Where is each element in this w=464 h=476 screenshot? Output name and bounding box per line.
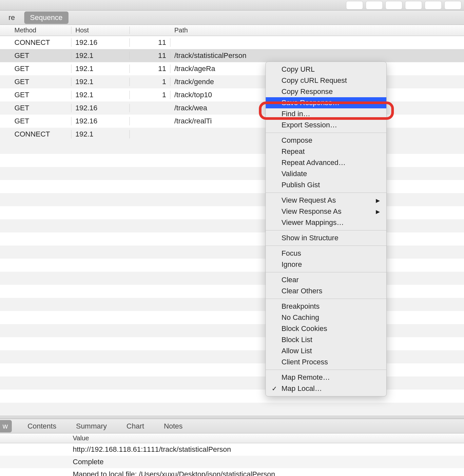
table-row[interactable]: GET192.11/track/gende bbox=[0, 75, 464, 88]
cell-method: CONNECT bbox=[0, 38, 71, 47]
column-path[interactable]: Path bbox=[170, 27, 464, 34]
cell-host: 192.1 bbox=[71, 91, 130, 99]
menu-item-ignore[interactable]: Ignore bbox=[266, 259, 386, 270]
menu-item-validate[interactable]: Validate bbox=[266, 168, 386, 179]
empty-rows bbox=[0, 141, 464, 416]
menu-separator bbox=[266, 133, 386, 133]
empty-row bbox=[0, 141, 464, 154]
detail-row[interactable]: http://192.168.118.61:1111/track/statist… bbox=[0, 443, 464, 456]
cell-port: 11 bbox=[130, 51, 170, 60]
detail-value: Complete bbox=[69, 458, 464, 466]
submenu-arrow-icon: ▶ bbox=[376, 197, 380, 204]
toolbar-button[interactable] bbox=[444, 1, 461, 9]
detail-value: Mapped to local file: /Users/xuxu/Deskto… bbox=[69, 470, 464, 476]
menu-separator bbox=[266, 299, 386, 299]
cell-method: CONNECT bbox=[0, 130, 71, 138]
cell-port: 1 bbox=[130, 78, 170, 86]
cell-host: 192.1 bbox=[71, 51, 130, 60]
column-host[interactable]: Host bbox=[71, 27, 130, 34]
menu-item-repeat-advanced[interactable]: Repeat Advanced… bbox=[266, 157, 386, 168]
tab-structure[interactable]: re bbox=[3, 11, 21, 24]
cell-host: 192.16 bbox=[71, 38, 130, 47]
toolbar-button[interactable] bbox=[366, 1, 383, 9]
menu-item-find-in[interactable]: Find in… bbox=[266, 108, 386, 119]
table-row[interactable]: GET192.11/track/top10 bbox=[0, 88, 464, 101]
table-row[interactable]: GET192.111/track/ageRa bbox=[0, 62, 464, 75]
detail-col-value[interactable]: Value bbox=[69, 434, 464, 442]
table-row[interactable]: CONNECT192.1611 bbox=[0, 36, 464, 49]
detail-row[interactable]: Mapped to local file: /Users/xuxu/Deskto… bbox=[0, 468, 464, 476]
empty-row bbox=[0, 193, 464, 206]
tab-summary[interactable]: Summary bbox=[72, 420, 111, 432]
view-tabs: re Sequence bbox=[0, 10, 464, 25]
cell-method: GET bbox=[0, 104, 71, 112]
empty-row bbox=[0, 180, 464, 193]
menu-item-client-process[interactable]: Client Process bbox=[266, 357, 386, 368]
menu-item-allow-list[interactable]: Allow List bbox=[266, 345, 386, 357]
table-row[interactable]: GET192.111/track/statisticalPerson bbox=[0, 49, 464, 62]
check-icon: ✓ bbox=[272, 385, 277, 393]
menu-item-focus[interactable]: Focus bbox=[266, 248, 386, 259]
cell-port: 11 bbox=[130, 64, 170, 73]
menu-item-view-request-as[interactable]: View Request As▶ bbox=[266, 195, 386, 206]
menu-separator bbox=[266, 272, 386, 272]
submenu-arrow-icon: ▶ bbox=[376, 209, 380, 215]
cell-method: GET bbox=[0, 91, 71, 99]
menu-item-clear-others[interactable]: Clear Others bbox=[266, 285, 386, 297]
empty-row bbox=[0, 167, 464, 180]
menu-item-compose[interactable]: Compose bbox=[266, 135, 386, 146]
detail-name bbox=[0, 445, 69, 454]
menu-item-publish-gist[interactable]: Publish Gist bbox=[266, 179, 386, 191]
menu-item-copy-url[interactable]: Copy URL bbox=[266, 64, 386, 75]
menu-item-show-in-structure[interactable]: Show in Structure bbox=[266, 232, 386, 244]
menu-item-breakpoints[interactable]: Breakpoints bbox=[266, 301, 386, 312]
menu-item-export-session[interactable]: Export Session… bbox=[266, 119, 386, 131]
menu-separator bbox=[266, 192, 386, 193]
menu-item-block-cookies[interactable]: Block Cookies bbox=[266, 323, 386, 334]
table-row[interactable]: CONNECT192.1 bbox=[0, 128, 464, 141]
column-method[interactable]: Method bbox=[0, 27, 71, 34]
menu-item-block-list[interactable]: Block List bbox=[266, 334, 386, 345]
tab-notes[interactable]: Notes bbox=[160, 420, 186, 432]
tab-contents[interactable]: Contents bbox=[24, 420, 60, 432]
table-row[interactable]: GET192.16/track/wea bbox=[0, 101, 464, 115]
tab-overview[interactable]: w bbox=[0, 420, 12, 432]
menu-item-map-remote[interactable]: Map Remote… bbox=[266, 372, 386, 383]
menu-item-copy-response[interactable]: Copy Response bbox=[266, 86, 386, 97]
toolbar-button[interactable] bbox=[405, 1, 422, 9]
toolbar-button[interactable] bbox=[385, 1, 402, 9]
context-menu: Copy URLCopy cURL RequestCopy ResponseSa… bbox=[265, 62, 387, 396]
empty-row bbox=[0, 272, 464, 285]
toolbar-button[interactable] bbox=[346, 1, 363, 9]
menu-item-save-response[interactable]: Save Response… bbox=[266, 97, 386, 108]
detail-row[interactable]: Complete bbox=[0, 456, 464, 468]
empty-row bbox=[0, 285, 464, 298]
toolbar-button[interactable] bbox=[425, 1, 442, 9]
detail-name bbox=[0, 470, 69, 476]
empty-row bbox=[0, 219, 464, 232]
cell-host: 192.16 bbox=[71, 104, 130, 112]
cell-method: GET bbox=[0, 64, 71, 73]
menu-separator bbox=[266, 370, 386, 370]
empty-row bbox=[0, 154, 464, 167]
menu-item-repeat[interactable]: Repeat bbox=[266, 146, 386, 157]
tab-chart[interactable]: Chart bbox=[123, 420, 148, 432]
empty-row bbox=[0, 390, 464, 403]
menu-separator bbox=[266, 246, 386, 246]
request-table: CONNECT192.1611GET192.111/track/statisti… bbox=[0, 36, 464, 141]
empty-row bbox=[0, 403, 464, 416]
table-row[interactable]: GET192.16/track/realTi bbox=[0, 115, 464, 128]
cell-method: GET bbox=[0, 117, 71, 125]
menu-item-viewer-mappings[interactable]: Viewer Mappings… bbox=[266, 217, 386, 228]
empty-row bbox=[0, 246, 464, 259]
cell-host: 192.1 bbox=[71, 64, 130, 73]
menu-item-no-caching[interactable]: No Caching bbox=[266, 312, 386, 323]
cell-host: 192.1 bbox=[71, 130, 130, 138]
cell-method: GET bbox=[0, 51, 71, 60]
menu-item-map-local[interactable]: Map Local…✓ bbox=[266, 383, 386, 394]
menu-item-view-response-as[interactable]: View Response As▶ bbox=[266, 206, 386, 217]
pane-divider[interactable] bbox=[0, 416, 464, 419]
menu-item-clear[interactable]: Clear bbox=[266, 274, 386, 285]
menu-item-copy-curl-request[interactable]: Copy cURL Request bbox=[266, 75, 386, 86]
tab-sequence[interactable]: Sequence bbox=[24, 11, 68, 24]
